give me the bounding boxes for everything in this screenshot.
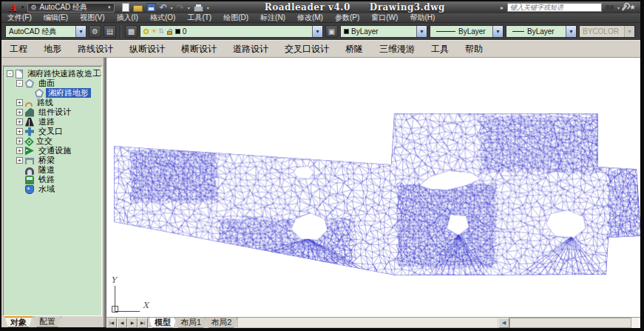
workspaces-combo[interactable]: AutoCAD 经典 ▼ xyxy=(5,25,87,38)
chevron-down-icon[interactable]: ▼ xyxy=(416,26,427,37)
tree-node-1[interactable]: -曲面 xyxy=(5,78,101,88)
hscroll-left-button[interactable]: ◀ xyxy=(498,318,509,328)
search-binoculars-icon[interactable] xyxy=(606,5,609,10)
tree-node-label[interactable]: 路线 xyxy=(35,98,55,107)
layer-freeze-transfer-icon[interactable]: ⇅ xyxy=(158,28,164,35)
tree-node-label[interactable]: 曲面 xyxy=(36,78,57,88)
new-file-icon[interactable] xyxy=(122,3,129,12)
tree-node-2[interactable]: 湘府路地形 xyxy=(5,88,101,98)
layer-properties-button[interactable]: ▩ xyxy=(125,25,138,38)
tree-node-label[interactable]: 交叉口 xyxy=(36,127,65,136)
menu-top-0[interactable]: 文件(F) xyxy=(1,13,38,22)
search-caret-icon[interactable]: ▾ xyxy=(617,5,620,10)
tree-node-label[interactable]: 交通设施 xyxy=(36,146,73,156)
menu-app-1[interactable]: 地形 xyxy=(35,43,70,56)
sheet-tab-2[interactable]: 布局2 xyxy=(205,318,237,328)
tree-node-label[interactable]: 组件设计 xyxy=(36,107,73,117)
tree-node-4[interactable]: +组件设计 xyxy=(5,107,101,117)
menu-app-3[interactable]: 纵断设计 xyxy=(121,43,173,56)
infocenter-expand-icon[interactable]: ▸ xyxy=(501,4,504,11)
next-sheet-button[interactable]: ▶ xyxy=(127,318,138,328)
tree-node-12[interactable]: 水域 xyxy=(5,184,101,194)
tree-node-label[interactable]: 铁路 xyxy=(36,175,57,184)
hscroll-thumb[interactable] xyxy=(509,318,631,328)
expand-box[interactable]: + xyxy=(16,99,23,106)
layer-thaw-sun-icon[interactable]: ☀ xyxy=(151,28,157,35)
tree-node-9[interactable]: +桥梁 xyxy=(5,156,101,165)
menu-top-1[interactable]: 编辑(E) xyxy=(38,13,74,22)
menu-top-6[interactable]: 绘图(D) xyxy=(217,13,254,22)
chevron-down-icon[interactable]: ▼ xyxy=(75,26,86,37)
menu-top-2[interactable]: 视图(V) xyxy=(74,13,110,22)
collapse-box[interactable]: - xyxy=(7,70,13,77)
menu-top-7[interactable]: 标注(N) xyxy=(254,13,291,22)
menu-top-9[interactable]: 参数(P) xyxy=(329,13,365,22)
expand-box[interactable]: + xyxy=(16,147,23,154)
menu-app-10[interactable]: 帮助 xyxy=(457,43,491,56)
menu-app-4[interactable]: 横断设计 xyxy=(173,43,225,56)
search-input[interactable] xyxy=(507,3,602,12)
lineweight-combo[interactable]: ByLayer ▼ xyxy=(506,25,577,38)
menu-app-8[interactable]: 三维漫游 xyxy=(371,43,423,56)
layer-combo[interactable]: ☀ ⇅ 0 ▼ xyxy=(140,25,323,38)
menu-top-11[interactable]: 帮助(H) xyxy=(404,13,441,22)
tree-node-10[interactable]: 隧道 xyxy=(5,165,101,175)
color-combo[interactable]: ByLayer ▼ xyxy=(340,25,427,38)
menu-app-7[interactable]: 桥隧 xyxy=(337,43,371,56)
menu-app-2[interactable]: 路线设计 xyxy=(70,43,121,56)
menu-top-4[interactable]: 格式(O) xyxy=(144,13,181,22)
tree-node-7[interactable]: +立交 xyxy=(5,136,101,146)
panel-tab-0[interactable]: 对象 xyxy=(4,316,33,327)
tree-node-0[interactable]: -湘府路快速路改造工程 xyxy=(5,69,101,78)
sheet-tab-1[interactable]: 布局1 xyxy=(174,318,207,328)
prev-sheet-button[interactable]: ◀ xyxy=(117,318,127,328)
make-layer-current-button[interactable]: ▣ xyxy=(325,25,338,38)
tree-node-3[interactable]: +路线 xyxy=(5,98,101,107)
tree-node-label[interactable]: 隧道 xyxy=(36,165,57,175)
workspace-switcher[interactable]: ⚙ AutoCAD 经典 ▾ xyxy=(27,3,115,13)
print-caret-icon[interactable]: ▾ xyxy=(207,5,209,10)
menu-app-5[interactable]: 道路设计 xyxy=(225,43,277,56)
workspace-save-button[interactable]: ▤ xyxy=(104,25,116,38)
tree-node-6[interactable]: +交叉口 xyxy=(5,127,101,136)
redo-caret-icon[interactable]: ▾ xyxy=(188,5,190,10)
logo-caret-icon[interactable]: ▾ xyxy=(21,4,24,10)
layer-on-bulb-icon[interactable] xyxy=(143,29,149,34)
panel-grip[interactable] xyxy=(1,58,104,66)
save-icon[interactable] xyxy=(146,3,156,12)
tree-node-5[interactable]: +道路 xyxy=(5,117,101,127)
expand-box[interactable]: + xyxy=(16,109,23,116)
menu-top-10[interactable]: 窗口(W) xyxy=(365,13,404,22)
expand-box[interactable]: + xyxy=(16,128,23,135)
tree-node-label[interactable]: 湘府路快速路改造工程 xyxy=(25,69,102,78)
expand-box[interactable]: + xyxy=(16,157,23,164)
layer-lock-icon[interactable] xyxy=(167,31,172,35)
undo-caret-icon[interactable]: ▾ xyxy=(171,5,173,10)
menu-app-6[interactable]: 交叉口设计 xyxy=(277,43,337,56)
autocad-logo-icon[interactable]: A xyxy=(4,3,21,13)
tree-node-11[interactable]: 铁路 xyxy=(5,175,101,184)
menu-top-3[interactable]: 插入(I) xyxy=(110,13,143,22)
panel-tab-1[interactable]: 配置 xyxy=(33,316,61,327)
drawing-canvas[interactable] xyxy=(106,58,640,317)
redo-icon[interactable]: ↷ xyxy=(177,3,184,12)
workspace-settings-button[interactable]: ⚙ xyxy=(89,25,101,38)
expand-box[interactable]: + xyxy=(16,138,23,144)
menu-app-0[interactable]: 工程 xyxy=(1,43,35,56)
menu-top-5[interactable]: 工具(T) xyxy=(181,13,217,22)
chevron-down-icon[interactable]: ▼ xyxy=(566,26,576,37)
tree-node-label[interactable]: 立交 xyxy=(34,136,55,146)
open-file-icon[interactable] xyxy=(133,5,143,12)
menu-app-9[interactable]: 工具 xyxy=(423,43,457,56)
collapse-box[interactable]: - xyxy=(16,80,23,87)
chevron-down-icon[interactable]: ▼ xyxy=(492,26,503,37)
first-sheet-button[interactable]: |◀ xyxy=(106,318,117,328)
undo-icon[interactable]: ↶ xyxy=(160,3,167,12)
wrench-icon[interactable] xyxy=(621,4,627,11)
menu-top-8[interactable]: 修改(M) xyxy=(291,13,329,22)
layer-color-swatch[interactable] xyxy=(175,29,180,34)
sheet-tab-0[interactable]: 模型 xyxy=(149,318,177,328)
tree-node-label[interactable]: 湘府路地形 xyxy=(46,88,91,98)
linetype-combo[interactable]: ByLayer ▼ xyxy=(430,25,504,38)
hscroll-track[interactable] xyxy=(631,318,640,328)
